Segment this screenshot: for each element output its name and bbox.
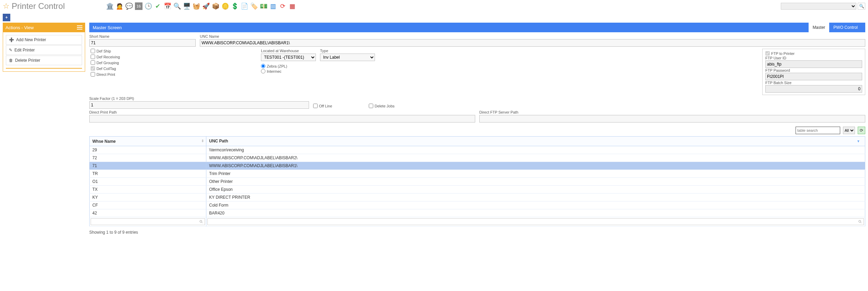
def-receiving-check[interactable]: Def Receiving bbox=[91, 55, 254, 59]
table-filter-select[interactable]: All bbox=[843, 127, 855, 134]
scale-input[interactable] bbox=[89, 101, 309, 109]
check-icon[interactable]: ✔ bbox=[154, 2, 162, 10]
action-label: Edit Printer bbox=[14, 48, 35, 53]
tab-pwo-control[interactable]: PWO Control bbox=[829, 23, 862, 32]
blue-box-icon[interactable]: ▥ bbox=[270, 2, 277, 10]
ftp-password-label: FTP Password bbox=[765, 68, 790, 72]
table-row[interactable]: 42BAR420 bbox=[90, 209, 865, 217]
unc-name-label: UNC Name bbox=[200, 34, 865, 38]
ftp-batch-input[interactable] bbox=[765, 85, 862, 93]
cell-whse: 72 bbox=[90, 154, 206, 162]
table-row[interactable]: 29\\termcon\receiving bbox=[90, 146, 865, 154]
scale-label: Scale Factor (1 = 203 DPI) bbox=[89, 96, 309, 101]
warehouse-select[interactable]: TEST001 -(TEST001) bbox=[261, 54, 316, 61]
monitor-icon[interactable]: 🖥️ bbox=[183, 2, 191, 10]
page-title: Printer Control bbox=[12, 1, 65, 11]
clock-icon[interactable]: 🕒 bbox=[145, 2, 152, 10]
schedule-icon[interactable]: 📅 bbox=[164, 2, 171, 10]
table-search-input[interactable] bbox=[796, 127, 840, 134]
action-label: Add New Printer bbox=[16, 37, 46, 42]
table-row[interactable]: O1Other Printer bbox=[90, 178, 865, 186]
box-icon[interactable]: 📦 bbox=[212, 2, 219, 10]
delete-jobs-check[interactable]: Delete Jobs bbox=[369, 104, 395, 108]
unc-name-input[interactable] bbox=[200, 39, 865, 47]
direct-print-check[interactable]: Direct Print bbox=[91, 72, 254, 77]
action-item-2[interactable]: 🗑Delete Printer bbox=[6, 56, 82, 65]
star-icon[interactable]: ☆ bbox=[3, 2, 10, 11]
ftp-password-input[interactable] bbox=[765, 73, 862, 80]
cell-unc: KY DIRECT PRINTER bbox=[206, 194, 865, 201]
cell-whse: 42 bbox=[90, 209, 206, 217]
table-row[interactable]: TXOffice Epson bbox=[90, 186, 865, 194]
table-refresh-button[interactable]: ⟳ bbox=[858, 127, 865, 134]
showing-text: Showing 1 to 9 of 9 entries bbox=[89, 230, 865, 235]
direct-ftp-path-input[interactable] bbox=[479, 115, 865, 123]
ftp-batch-label: FTP Batch Size bbox=[765, 81, 791, 85]
top-search-button[interactable]: 🔍 bbox=[858, 3, 865, 10]
cell-unc: Other Printer bbox=[206, 178, 865, 186]
cell-whse: 71 bbox=[90, 162, 206, 170]
actions-body: ➕Add New Printer✎Edit Printer🗑Delete Pri… bbox=[3, 32, 85, 72]
cell-unc: Cold Form bbox=[206, 201, 865, 209]
direct-print-path-label: Direct Print Path bbox=[89, 110, 475, 114]
actions-title: Actions - View bbox=[5, 25, 34, 30]
cell-unc: BAR420 bbox=[206, 209, 865, 217]
type-label: Type bbox=[320, 49, 375, 53]
rocket-icon[interactable]: 🚀 bbox=[202, 2, 210, 10]
warehouse-label: Located at Warehouse bbox=[261, 49, 316, 53]
type-select[interactable]: Inv Label bbox=[320, 54, 375, 61]
top-search-select[interactable] bbox=[781, 3, 856, 10]
search-icon[interactable]: 🔍 bbox=[173, 2, 181, 10]
intermec-radio[interactable]: Intermec bbox=[261, 69, 755, 73]
bank-icon[interactable]: 🏛️ bbox=[106, 2, 114, 10]
hamburger-icon[interactable] bbox=[77, 25, 82, 30]
tag-icon[interactable]: 🏷️ bbox=[250, 2, 258, 10]
coins-icon[interactable]: 🪙 bbox=[221, 2, 229, 10]
action-icon: ✎ bbox=[9, 48, 12, 53]
person-icon[interactable]: 🙍 bbox=[116, 2, 123, 10]
action-item-1[interactable]: ✎Edit Printer bbox=[6, 45, 82, 55]
filter-unc-input[interactable] bbox=[207, 218, 864, 225]
action-item-0[interactable]: ➕Add New Printer bbox=[6, 35, 82, 45]
table-row[interactable]: TRTrim Printer bbox=[90, 170, 865, 178]
red-box-icon[interactable]: ▦ bbox=[289, 2, 296, 10]
filter-icon[interactable]: ▼ bbox=[855, 139, 862, 144]
master-title: Master Screen bbox=[93, 25, 122, 30]
direct-ftp-path-label: Direct FTP Server Path bbox=[479, 110, 865, 114]
table-row[interactable]: 72WWW.ABISCORP.COM\ADJLABEL\ABISBAR2\ bbox=[90, 154, 865, 162]
ftp-user-label: FTP User ID bbox=[765, 56, 786, 60]
ftp-to-printer-check[interactable]: FTP to Printer bbox=[765, 51, 862, 56]
add-button[interactable]: + bbox=[3, 14, 10, 21]
table-row[interactable]: CFCold Form bbox=[90, 201, 865, 209]
ftp-user-input[interactable] bbox=[765, 60, 862, 68]
dollar-chat-icon[interactable]: 💲 bbox=[231, 2, 239, 10]
def-coiltag-check[interactable]: Def CoilTag bbox=[91, 66, 254, 71]
cell-unc: WWW.ABISCORP.COM\ADJLABEL\ABISBAR1\ bbox=[206, 162, 865, 170]
master-bar: Master Screen MasterPWO Control bbox=[89, 23, 865, 32]
col-whse[interactable]: Whse Name bbox=[90, 137, 206, 146]
def-grouping-check[interactable]: Def Grouping bbox=[91, 60, 254, 65]
zebra-radio[interactable]: Zebra (ZPL) bbox=[261, 64, 755, 68]
cell-whse: TX bbox=[90, 186, 206, 194]
basket-icon[interactable]: 🧺 bbox=[193, 2, 200, 10]
tab-master[interactable]: Master bbox=[809, 23, 830, 32]
table-row[interactable]: 71WWW.ABISCORP.COM\ADJLABEL\ABISBAR1\ bbox=[90, 162, 865, 170]
direct-print-path-input[interactable] bbox=[89, 115, 475, 123]
short-name-label: Short Name bbox=[89, 34, 196, 38]
cell-unc: Office Epson bbox=[206, 186, 865, 194]
doc-icon[interactable]: 📄 bbox=[241, 2, 248, 10]
col-unc[interactable]: UNC Path▼ bbox=[206, 137, 865, 146]
top-toolbar: 🏛️ 🙍 💬 16 🕒 ✔ 📅 🔍 🖥️ 🧺 🚀 📦 🪙 💲 📄 🏷️ 💵 ▥ … bbox=[106, 2, 296, 10]
short-name-input[interactable] bbox=[89, 39, 196, 47]
chat-icon[interactable]: 💬 bbox=[125, 2, 133, 10]
printers-table: Whse Name UNC Path▼ 29\\termcon\receivin… bbox=[89, 136, 865, 226]
def-ship-check[interactable]: Def Ship bbox=[91, 49, 254, 53]
table-row[interactable]: KYKY DIRECT PRINTER bbox=[90, 194, 865, 201]
refresh-icon[interactable]: ⟳ bbox=[279, 2, 287, 10]
offline-check[interactable]: Off Line bbox=[313, 104, 365, 108]
money-icon[interactable]: 💵 bbox=[260, 2, 267, 10]
filter-whse-input[interactable] bbox=[91, 218, 205, 225]
action-icon: 🗑 bbox=[9, 58, 13, 63]
calendar-badge-icon[interactable]: 16 bbox=[135, 2, 142, 10]
action-icon: ➕ bbox=[9, 37, 14, 42]
